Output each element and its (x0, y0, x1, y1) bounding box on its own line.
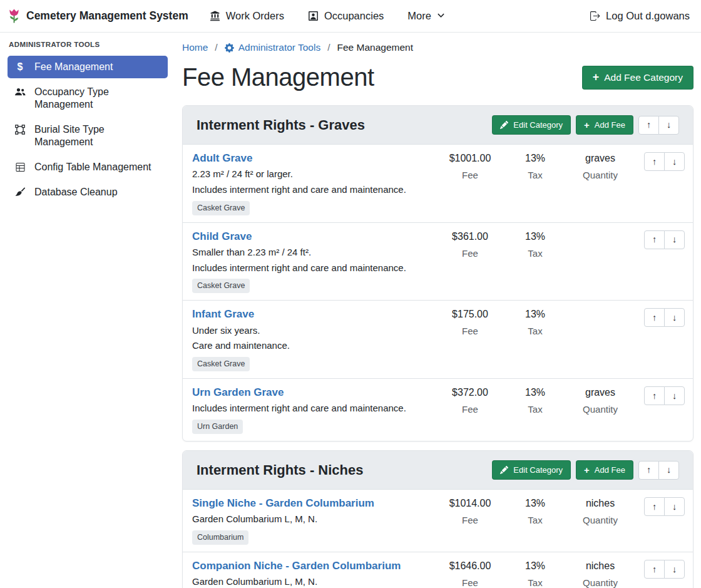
bank-icon (210, 11, 220, 21)
nav-item-more[interactable]: More (407, 10, 445, 22)
fee-tax-label: Tax (503, 248, 568, 259)
fee-reorder: ↑ ↓ (633, 230, 685, 249)
move-fee-down-button[interactable]: ↓ (664, 560, 685, 579)
edit-category-button[interactable]: Edit Category (492, 115, 571, 135)
fee-quantity-col (568, 230, 633, 231)
fee-tax: 13% (503, 231, 568, 242)
move-category-down-button[interactable]: ↓ (658, 116, 679, 135)
fee-reorder-group: ↑ ↓ (644, 497, 685, 516)
fee-amount-col: $1001.00 Fee (437, 152, 503, 180)
fee-quantity: niches (568, 498, 633, 509)
fee-quantity-col: niches Quantity (568, 497, 633, 525)
sidebar-item-occupancy-type-management[interactable]: Occupancy Type Management (8, 81, 168, 116)
dollar-icon: $ (14, 62, 26, 72)
add-fee-button[interactable]: +Add Fee (576, 460, 633, 480)
fee-quantity-label: Quantity (568, 515, 633, 525)
fee-tax-label: Tax (503, 326, 568, 336)
fee-amount: $1001.00 (437, 153, 503, 164)
move-fee-up-button[interactable]: ↑ (644, 152, 665, 171)
sidebar-item-fee-management[interactable]: $Fee Management (8, 56, 168, 78)
fee-amount-col: $175.00 Fee (437, 307, 503, 336)
breadcrumb-label: Home (182, 42, 208, 53)
logout-link[interactable]: Log Out d.gowans (590, 10, 690, 22)
fee-reorder: ↑ ↓ (633, 152, 685, 171)
move-category-up-button[interactable]: ↑ (638, 116, 659, 135)
nav-item-occupancies[interactable]: Occupancies (308, 10, 384, 22)
fee-reorder-group: ↑ ↓ (644, 386, 685, 405)
fee-name-link[interactable]: Single Niche - Garden Columbarium (192, 497, 374, 510)
fee-row-single-niche-garden-columbarium: Single Niche - Garden Columbarium Garden… (183, 489, 693, 552)
edit-category-label: Edit Category (513, 465, 563, 475)
fee-tax: 13% (503, 560, 568, 572)
add-fee-category-label: Add Fee Category (604, 72, 683, 83)
fee-description: Includes interment right and care and ma… (192, 184, 437, 196)
fee-quantity-col: graves Quantity (568, 386, 633, 415)
top-navbar: Cemetery Management System Work OrdersOc… (0, 0, 701, 33)
category-header: Interment Rights - Niches Edit Category … (183, 451, 693, 489)
fee-reorder: ↑ ↓ (633, 307, 685, 327)
move-fee-down-button[interactable]: ↓ (664, 497, 685, 516)
move-category-up-button[interactable]: ↑ (638, 461, 659, 480)
nav-item-work-orders[interactable]: Work Orders (210, 10, 284, 22)
fee-description: Garden Columbarium L, M, N. (192, 576, 437, 588)
move-fee-up-button[interactable]: ↑ (644, 386, 665, 405)
edit-category-button[interactable]: Edit Category (492, 460, 571, 480)
fee-amount: $372.00 (437, 387, 503, 398)
fee-tax-col: 13% Tax (503, 230, 568, 259)
fee-amount: $1014.00 (437, 498, 503, 509)
logout-label: Log Out d.gowans (606, 10, 690, 22)
sidebar-item-config-table-management[interactable]: Config Table Management (8, 156, 168, 178)
fee-reorder: ↑ ↓ (633, 386, 685, 405)
fee-amount-col: $1014.00 Fee (437, 497, 503, 525)
move-fee-down-button[interactable]: ↓ (664, 230, 685, 249)
nav-item-label: Work Orders (226, 10, 284, 22)
fee-name-link[interactable]: Urn Garden Grave (192, 386, 284, 400)
move-fee-down-button[interactable]: ↓ (664, 308, 685, 327)
sidebar-heading: ADMINISTRATOR TOOLS (9, 41, 166, 48)
plot-corners-icon (14, 125, 26, 135)
sidebar-nav: $Fee ManagementOccupancy Type Management… (8, 56, 168, 204)
fee-main: Single Niche - Garden Columbarium Garden… (192, 497, 437, 545)
app-brand[interactable]: Cemetery Management System (8, 8, 188, 24)
breadcrumb-link-administrator-tools[interactable]: Administrator Tools (225, 42, 321, 53)
fee-name-link[interactable]: Child Grave (192, 230, 252, 244)
move-fee-down-button[interactable]: ↓ (664, 386, 685, 405)
edit-category-label: Edit Category (513, 120, 563, 130)
fee-reorder: ↑ ↓ (633, 559, 685, 579)
fee-name-link[interactable]: Adult Grave (192, 152, 252, 165)
fee-reorder-group: ↑ ↓ (644, 560, 685, 579)
fee-quantity: graves (568, 387, 633, 398)
add-fee-category-button[interactable]: + Add Fee Category (582, 66, 693, 90)
occupancy-frame-icon (308, 11, 319, 21)
breadcrumb-separator: / (215, 42, 217, 53)
move-fee-up-button[interactable]: ↑ (644, 497, 665, 516)
fee-name-link[interactable]: Infant Grave (192, 307, 254, 321)
fee-name-link[interactable]: Companion Niche - Garden Columbarium (192, 559, 401, 573)
fee-type-badge: Casket Grave (192, 201, 250, 215)
fee-row-companion-niche-garden-columbarium: Companion Niche - Garden Columbarium Gar… (183, 552, 693, 588)
move-fee-down-button[interactable]: ↓ (664, 152, 685, 171)
fee-main: Companion Niche - Garden Columbarium Gar… (192, 559, 437, 588)
sidebar-item-label: Fee Management (34, 61, 113, 73)
sidebar-item-burial-site-type-management[interactable]: Burial Site Type Management (8, 118, 168, 153)
main-nav: Work OrdersOccupanciesMore (210, 10, 445, 22)
add-fee-button[interactable]: +Add Fee (576, 115, 633, 135)
fee-row-infant-grave: Infant Grave Under six years.Care and ma… (183, 300, 693, 378)
sidebar-item-database-cleanup[interactable]: Database Cleanup (8, 181, 168, 204)
move-fee-up-button[interactable]: ↑ (644, 308, 665, 327)
chevron-down-icon (437, 12, 445, 20)
plus-icon: + (584, 466, 590, 474)
fee-amount: $361.00 (437, 231, 503, 242)
fee-reorder-group: ↑ ↓ (644, 308, 685, 327)
move-category-down-button[interactable]: ↓ (658, 461, 679, 480)
breadcrumb-link-home[interactable]: Home (182, 42, 208, 53)
sidebar-item-label: Occupancy Type Management (34, 86, 161, 111)
breadcrumb: Home/Administrator Tools/Fee Management (182, 42, 693, 53)
move-fee-up-button[interactable]: ↑ (644, 560, 665, 579)
move-fee-up-button[interactable]: ↑ (644, 230, 665, 249)
fee-description: Care and maintenance. (192, 340, 437, 352)
category-card-interment-rights-graves: Interment Rights - Graves Edit Category … (182, 105, 693, 441)
fee-tax-label: Tax (503, 577, 568, 588)
category-reorder-group: ↑ ↓ (638, 116, 679, 135)
category-card-interment-rights-niches: Interment Rights - Niches Edit Category … (182, 450, 693, 588)
